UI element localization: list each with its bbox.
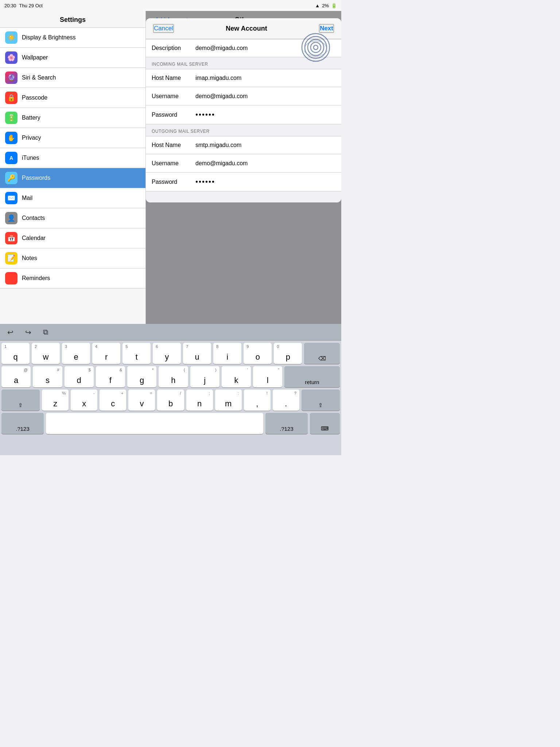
keyboard-rows: 1q 2w 3e 4r 5t 6y 7u 8i 9o 0p ⌫ @a #s $d… — [0, 341, 341, 438]
sidebar-item-passwords[interactable]: 🔑 Passwords — [0, 168, 145, 188]
space-key[interactable] — [46, 413, 263, 434]
battery-label: 2% — [322, 3, 329, 8]
key-comma[interactable]: !, — [244, 390, 271, 411]
reminders-icon — [5, 272, 18, 285]
outgoing-hostname-value: smtp.migadu.com — [195, 142, 335, 148]
key-q[interactable]: 1q — [1, 343, 30, 364]
key-o[interactable]: 9o — [244, 343, 272, 364]
incoming-password-value: •••••• — [195, 111, 335, 119]
keyboard-dismiss-key[interactable]: ⌨ — [310, 413, 340, 434]
key-u[interactable]: 7u — [183, 343, 211, 364]
key-w[interactable]: 2w — [32, 343, 60, 364]
sidebar-item-reminders[interactable]: Reminders — [0, 268, 145, 289]
sidebar-item-battery[interactable]: 🔋 Battery — [0, 108, 145, 128]
outgoing-section-header: OUTGOING MAIL SERVER — [146, 124, 341, 136]
incoming-username-row[interactable]: Username demo@migadu.com — [146, 87, 341, 105]
sidebar-item-display[interactable]: ☀️ Display & Brightness — [0, 28, 145, 48]
modal-spacer — [146, 191, 341, 202]
mail-icon: ✉️ — [5, 192, 18, 204]
key-row-3: ⇧ %z -x +c =v /b ;n :m !, ?. ⇧ — [1, 390, 340, 411]
svg-point-0 — [302, 34, 330, 61]
key-d[interactable]: $d — [65, 366, 94, 387]
outgoing-hostname-row[interactable]: Host Name smtp.migadu.com — [146, 136, 341, 154]
key-c[interactable]: +c — [100, 390, 126, 411]
calendar-icon: 📅 — [5, 232, 18, 244]
key-p[interactable]: 0p — [274, 343, 302, 364]
sidebar-item-wallpaper[interactable]: 🌸 Wallpaper — [0, 48, 145, 68]
backspace-key[interactable]: ⌫ — [304, 343, 340, 364]
key-e[interactable]: 3e — [62, 343, 90, 364]
key-j[interactable]: )j — [190, 366, 219, 387]
sidebar-title: Settings — [0, 11, 145, 28]
key-row-2: @a #s $d &f *g (h )j 'k "l return — [1, 366, 340, 387]
undo-button[interactable]: ↩ — [4, 326, 16, 338]
sidebar-item-label: Wallpaper — [22, 54, 48, 61]
outgoing-password-row[interactable]: Password •••••• — [146, 173, 341, 191]
key-s[interactable]: #s — [33, 366, 62, 387]
outgoing-password-value: •••••• — [195, 178, 335, 186]
incoming-password-label: Password — [152, 112, 195, 118]
siri-icon: 🔮 — [5, 71, 18, 84]
key-l[interactable]: "l — [253, 366, 282, 387]
sidebar-item-passcode[interactable]: 🔒 Passcode — [0, 88, 145, 108]
return-key[interactable]: return — [284, 366, 340, 387]
key-t[interactable]: 5t — [122, 343, 151, 364]
battery-icon: 🔋 — [331, 3, 337, 8]
contacts-icon: 👤 — [5, 212, 18, 224]
incoming-password-row[interactable]: Password •••••• — [146, 105, 341, 124]
incoming-username-label: Username — [152, 93, 195, 100]
key-v[interactable]: =v — [128, 390, 155, 411]
sidebar-item-label: Reminders — [22, 275, 50, 282]
key-i[interactable]: 8i — [213, 343, 241, 364]
sidebar-item-label: Calendar — [22, 235, 46, 241]
sidebar-item-siri[interactable]: 🔮 Siri & Search — [0, 68, 145, 88]
redo-button[interactable]: ↪ — [22, 326, 34, 338]
sidebar-item-contacts[interactable]: 👤 Contacts — [0, 208, 145, 228]
outgoing-section: Host Name smtp.migadu.com Username demo@… — [146, 136, 341, 191]
sidebar-item-calendar[interactable]: 📅 Calendar — [0, 228, 145, 248]
next-button[interactable]: Next — [319, 24, 334, 33]
sidebar-item-label: Notes — [22, 255, 37, 262]
display-icon: ☀️ — [5, 31, 18, 44]
key-f[interactable]: &f — [96, 366, 125, 387]
cancel-button[interactable]: Cancel — [153, 24, 174, 33]
keyboard: ↩ ↪ ⧉ 1q 2w 3e 4r 5t 6y 7u 8i 9o 0p ⌫ @a… — [0, 324, 341, 455]
key-row-1: 1q 2w 3e 4r 5t 6y 7u 8i 9o 0p ⌫ — [1, 343, 340, 364]
key-g[interactable]: *g — [127, 366, 156, 387]
sidebar-item-notes[interactable]: 📝 Notes — [0, 248, 145, 268]
sidebar-item-label: Mail — [22, 195, 32, 201]
itunes-icon: A — [5, 152, 18, 164]
sidebar-item-privacy[interactable]: ✋ Privacy — [0, 128, 145, 148]
key-r[interactable]: 4r — [92, 343, 120, 364]
sidebar-item-mail[interactable]: ✉️ Mail — [0, 188, 145, 208]
passcode-icon: 🔒 — [5, 92, 18, 104]
sidebar-item-label: Battery — [22, 115, 40, 121]
key-period[interactable]: ?. — [273, 390, 299, 411]
status-date: Thu 29 Oct — [19, 3, 43, 8]
numbers-left-key[interactable]: .?123 — [1, 413, 44, 434]
key-k[interactable]: 'k — [222, 366, 251, 387]
key-y[interactable]: 6y — [153, 343, 181, 364]
key-m[interactable]: :m — [215, 390, 242, 411]
key-a[interactable]: @a — [1, 366, 31, 387]
key-n[interactable]: ;n — [186, 390, 213, 411]
key-h[interactable]: (h — [159, 366, 188, 387]
key-x[interactable]: -x — [71, 390, 97, 411]
incoming-username-value: demo@migadu.com — [195, 93, 335, 100]
outgoing-username-row[interactable]: Username demo@migadu.com — [146, 154, 341, 173]
wallpaper-icon: 🌸 — [5, 51, 18, 64]
key-z[interactable]: %z — [42, 390, 69, 411]
svg-point-4 — [314, 45, 318, 50]
battery-icon: 🔋 — [5, 112, 18, 124]
outgoing-password-label: Password — [152, 179, 195, 185]
incoming-hostname-row[interactable]: Host Name imap.migadu.com — [146, 69, 341, 87]
key-b[interactable]: /b — [157, 390, 184, 411]
sidebar-item-label: Siri & Search — [22, 74, 56, 81]
shift-right-key[interactable]: ⇧ — [302, 390, 340, 411]
numbers-right-key[interactable]: .?123 — [265, 413, 308, 434]
paste-button[interactable]: ⧉ — [40, 326, 51, 338]
fingerprint-decoration — [301, 33, 330, 62]
shift-left-key[interactable]: ⇧ — [1, 390, 40, 411]
sidebar-item-itunes[interactable]: A iTunes — [0, 148, 145, 168]
sidebar-item-label: Passwords — [22, 175, 50, 181]
